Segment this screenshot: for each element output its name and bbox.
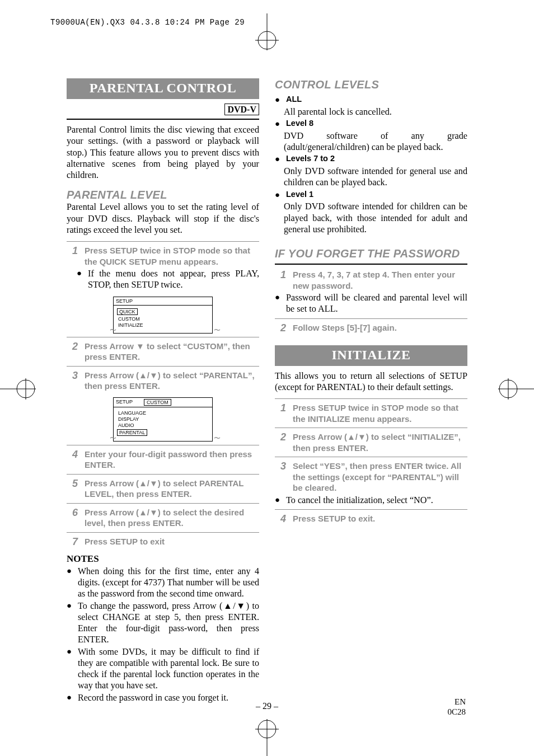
- osd-item: PARENTAL: [117, 429, 147, 436]
- step-number: 2: [67, 341, 78, 363]
- step-text: Press SETUP to exit: [85, 536, 259, 548]
- bullet-icon: ●: [275, 154, 282, 165]
- level-label: Level 8: [286, 119, 313, 129]
- step-text: Press 4, 7, 3, 7 at step 4. Then enter y…: [293, 269, 467, 291]
- subhead-parental-level: PARENTAL LEVEL: [67, 189, 259, 201]
- osd-item: CUSTOM: [117, 316, 209, 322]
- footer-lang: EN: [447, 697, 466, 707]
- rule: [67, 532, 259, 533]
- step-number: 4: [67, 449, 78, 471]
- left-column: PARENTAL CONTROL DVD-V Parental Control …: [67, 78, 259, 705]
- bullet-icon: ●: [275, 190, 282, 200]
- crop-mark-bottom: [247, 717, 287, 756]
- osd-setup-menu-2: SETUPCUSTOM LANGUAGE DISPLAY AUDIO PAREN…: [113, 397, 213, 442]
- osd-item: LANGUAGE: [117, 410, 209, 416]
- osd-item: QUICK: [117, 308, 138, 315]
- step-number: 1: [67, 245, 78, 267]
- level-label: Levels 7 to 2: [286, 154, 335, 165]
- step-number: 3: [275, 461, 286, 494]
- step-number: 1: [275, 402, 286, 424]
- rule: [275, 264, 467, 265]
- step-number: 2: [275, 322, 286, 334]
- level-label: Level 1: [286, 190, 313, 200]
- init-note: To cancel the initialization, select “NO…: [286, 495, 467, 506]
- rule: [275, 457, 467, 457]
- forgot-note: Password will be cleared and parental le…: [286, 292, 467, 315]
- step-number: 3: [67, 370, 78, 392]
- rule: [67, 119, 259, 120]
- level-text: All parental lock is cancelled.: [284, 106, 467, 118]
- bullet-icon: ●: [275, 495, 282, 506]
- crop-mark-left: [0, 375, 39, 403]
- rule: [275, 428, 467, 428]
- step-text: Press Arrow (▲/▼) to select the desired …: [85, 507, 259, 529]
- osd-item: DISPLAY: [117, 416, 209, 422]
- step-number: 5: [67, 478, 78, 500]
- step-text: Press Arrow (▲/▼) to select “INITIALIZE”…: [293, 431, 467, 453]
- osd-crumb: CUSTOM: [144, 399, 171, 406]
- rule: [67, 474, 259, 475]
- note-item: When doing this for the first time, ente…: [78, 566, 259, 599]
- step-text: Enter your four-digit password then pres…: [85, 449, 259, 471]
- rule: [67, 337, 259, 337]
- step-text: Press SETUP twice in STOP mode so that t…: [85, 245, 259, 267]
- section-title-parental-control: PARENTAL CONTROL: [67, 78, 259, 99]
- parental-control-intro: Parental Control limits the disc viewing…: [67, 124, 259, 181]
- level-text: Only DVD software intended for children …: [284, 201, 467, 235]
- dvd-v-badge: DVD-V: [224, 104, 259, 115]
- initialize-intro: This allows you to return all selections…: [275, 370, 467, 393]
- bullet-icon: ●: [67, 646, 73, 691]
- rule: [275, 318, 467, 319]
- level-label: ALL: [286, 95, 302, 105]
- step1-note: If the menu does not appear, press PLAY,…: [88, 268, 259, 291]
- step-number: 7: [67, 536, 78, 548]
- osd-crumb: SETUP: [116, 399, 133, 406]
- bullet-icon: ●: [77, 268, 83, 291]
- step-number: 6: [67, 507, 78, 529]
- rule: [275, 509, 467, 510]
- footer: – 29 – EN 0C28: [0, 701, 534, 711]
- print-header-line: T9000UA(EN).QX3 04.3.8 10:24 PM Page 29: [50, 18, 245, 27]
- level-text: Only DVD software intended for general u…: [284, 166, 467, 189]
- bullet-icon: ●: [275, 95, 282, 105]
- rule: [67, 366, 259, 367]
- rule: [67, 445, 259, 445]
- subhead-control-levels: CONTROL LEVELS: [275, 78, 467, 91]
- bullet-icon: ●: [275, 119, 282, 129]
- step-number: 2: [275, 431, 286, 453]
- step-text: Follow Steps [5]-[7] again.: [293, 322, 467, 334]
- osd-setup-menu-1: SETUP QUICK CUSTOM INITIALIZE 〜〜: [113, 297, 213, 334]
- section-title-initialize: INITIALIZE: [275, 345, 467, 366]
- osd-item: AUDIO: [117, 422, 209, 428]
- right-column: CONTROL LEVELS ●ALL All parental lock is…: [275, 78, 467, 705]
- step-text: Press Arrow ▼ to select “CUSTOM”, then p…: [85, 341, 259, 363]
- osd-crumb: SETUP: [116, 298, 133, 304]
- bullet-icon: ●: [275, 292, 282, 315]
- bullet-icon: ●: [67, 566, 73, 599]
- step-number: 4: [275, 513, 286, 525]
- step-text: Press Arrow (▲/▼) to select PARENTAL LEV…: [85, 478, 259, 500]
- parental-level-intro: Parental Level allows you to set the rat…: [67, 201, 259, 236]
- notes-heading: NOTES: [67, 553, 259, 565]
- step-text: Press Arrow (▲/▼) to select “PARENTAL”, …: [85, 370, 259, 392]
- osd-item: INITIALIZE: [117, 322, 209, 328]
- crop-mark-top: [247, 13, 287, 53]
- rule: [67, 503, 259, 504]
- step-text: Press SETUP to exit.: [293, 513, 467, 525]
- step-text: Select “YES”, then press ENTER twice. Al…: [293, 461, 467, 494]
- step-number: 1: [275, 269, 286, 291]
- bullet-icon: ●: [67, 600, 73, 645]
- note-item: To change the password, press Arrow (▲/▼…: [78, 600, 259, 645]
- rule: [275, 398, 467, 399]
- step-text: Press SETUP twice in STOP mode so that t…: [293, 402, 467, 424]
- rule: [67, 241, 259, 242]
- note-item: With some DVDs, it may be difficult to f…: [78, 646, 259, 691]
- subhead-forgot-password: IF YOU FORGET THE PASSWORD: [275, 247, 467, 260]
- level-text: DVD software of any grade (adult/general…: [284, 130, 467, 153]
- footer-code: 0C28: [447, 707, 466, 717]
- crop-mark-right: [495, 375, 534, 403]
